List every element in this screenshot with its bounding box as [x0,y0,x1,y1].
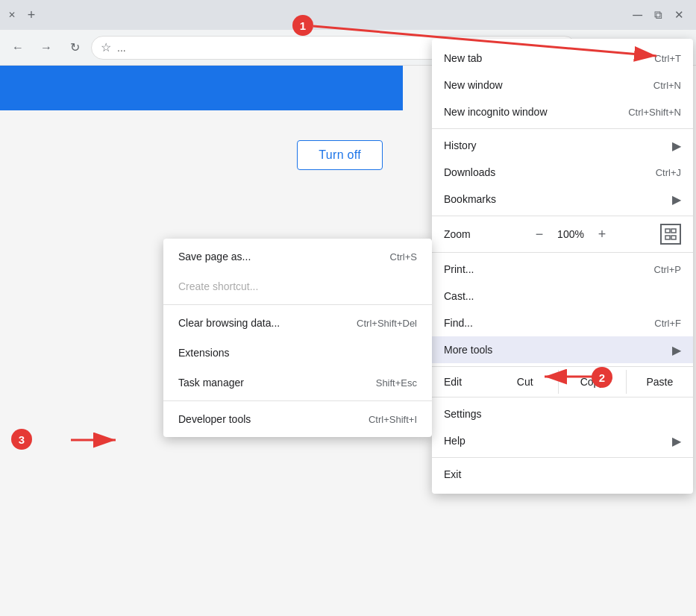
zoom-in-button[interactable]: + [592,224,612,245]
menu-section-exit: Exit [432,458,693,491]
menu-section-zoom: Zoom − 100% + [432,216,693,253]
menu-item-help[interactable]: Help ▶ [432,427,693,454]
submenu-item-create-shortcut[interactable]: Create shortcut... [163,271,432,301]
submenu-item-task-manager[interactable]: Task manager Shift+Esc [163,368,432,397]
menu-section-new: New tab Ctrl+T New window Ctrl+N New inc… [432,42,693,129]
restore-icon[interactable]: ⧉ [654,8,662,22]
tab-bar: ✕ + ─ ⧉ ✕ [0,0,696,30]
menu-section-tools: Print... Ctrl+P Cast... Find... Ctrl+F M… [432,253,693,367]
submenu-item-save-page[interactable]: Save page as... Ctrl+S [163,242,432,271]
history-arrow-icon: ▶ [672,139,681,153]
turn-off-button[interactable]: Turn off [297,140,383,170]
svg-rect-0 [665,229,670,233]
help-arrow-icon: ▶ [672,434,681,448]
bookmark-icon: ☆ [101,40,111,54]
submenu-item-clear-browsing[interactable]: Clear browsing data... Ctrl+Shift+Del [163,308,432,338]
menu-section-settings: Settings Help ▶ [432,397,693,458]
menu-item-bookmarks[interactable]: Bookmarks ▶ [432,186,693,213]
chrome-menu: New tab Ctrl+T New window Ctrl+N New inc… [432,39,693,494]
zoom-controls: − 100% + [529,224,612,245]
menu-item-incognito[interactable]: New incognito window Ctrl+Shift+N [432,98,693,125]
menu-section-edit: Edit Cut Copy Paste [432,367,693,397]
forward-button[interactable]: → [34,36,58,60]
cut-button[interactable]: Cut [492,370,559,394]
submenu-item-dev-tools[interactable]: Developer tools Ctrl+Shift+I [163,404,432,434]
close-window-icon[interactable]: ✕ [674,8,684,22]
menu-item-settings[interactable]: Settings [432,400,693,427]
svg-rect-2 [665,236,670,239]
zoom-row: Zoom − 100% + [432,219,693,249]
edit-label: Edit [432,370,492,394]
refresh-button[interactable]: ↻ [63,36,87,60]
menu-item-history[interactable]: History ▶ [432,132,693,159]
menu-item-more-tools[interactable]: More tools ▶ [432,336,693,363]
zoom-out-button[interactable]: − [529,224,550,245]
menu-item-new-window[interactable]: New window Ctrl+N [432,72,693,98]
more-tools-menu: Save page as... Ctrl+S Create shortcut..… [163,239,432,437]
svg-rect-3 [671,236,676,239]
edit-row: Edit Cut Copy Paste [432,367,693,397]
menu-section-nav: History ▶ Downloads Ctrl+J Bookmarks ▶ [432,129,693,216]
minimize-icon[interactable]: ─ [633,7,642,23]
paste-button[interactable]: Paste [627,370,693,394]
menu-item-cast[interactable]: Cast... [432,283,693,309]
menu-item-new-tab[interactable]: New tab Ctrl+T [432,45,693,72]
svg-rect-1 [671,229,676,233]
copy-button[interactable]: Copy [559,370,626,394]
menu-item-find[interactable]: Find... Ctrl+F [432,309,693,336]
new-tab-button[interactable]: + [21,4,42,25]
more-tools-arrow-icon: ▶ [672,343,681,357]
menu-item-print[interactable]: Print... Ctrl+P [432,256,693,283]
bookmarks-arrow-icon: ▶ [672,192,681,207]
menu-item-downloads[interactable]: Downloads Ctrl+J [432,159,693,186]
zoom-value: 100% [556,228,586,240]
menu-item-exit[interactable]: Exit [432,461,693,488]
fullscreen-button[interactable] [660,224,681,245]
submenu-divider [163,304,432,305]
back-button[interactable]: ← [6,36,30,60]
submenu-item-extensions[interactable]: Extensions [163,338,432,368]
tab-close-button[interactable]: ✕ [6,9,18,21]
page-top-bar [0,66,403,110]
submenu-divider-2 [163,400,432,401]
